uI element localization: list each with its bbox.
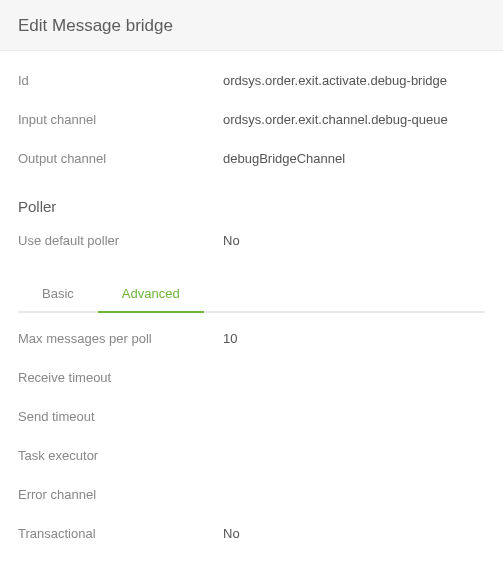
output-channel-label: Output channel [18,151,223,166]
field-max-messages: Max messages per poll 10 [18,319,485,358]
field-error-channel: Error channel [18,475,485,514]
transactional-value: No [223,526,485,541]
receive-timeout-label: Receive timeout [18,370,223,385]
tab-basic[interactable]: Basic [18,276,98,313]
field-transactional: Transactional No [18,514,485,553]
output-channel-value: debugBridgeChannel [223,151,485,166]
poller-tabs: Basic Advanced [18,274,485,313]
input-channel-label: Input channel [18,112,223,127]
transactional-label: Transactional [18,526,223,541]
max-messages-value: 10 [223,331,485,346]
use-default-poller-value: No [223,233,485,248]
field-input-channel: Input channel ordsys.order.exit.channel.… [18,100,485,139]
poller-section-title: Poller [18,198,485,215]
send-timeout-label: Send timeout [18,409,223,424]
panel-header: Edit Message bridge [0,0,503,51]
input-channel-value: ordsys.order.exit.channel.debug-queue [223,112,485,127]
field-receive-timeout: Receive timeout [18,358,485,397]
field-use-default-poller: Use default poller No [18,221,485,260]
error-channel-label: Error channel [18,487,223,502]
field-task-executor: Task executor [18,436,485,475]
use-default-poller-label: Use default poller [18,233,223,248]
max-messages-label: Max messages per poll [18,331,223,346]
id-label: Id [18,73,223,88]
task-executor-label: Task executor [18,448,223,463]
field-send-timeout: Send timeout [18,397,485,436]
panel-content: Id ordsys.order.exit.activate.debug-brid… [0,51,503,553]
field-output-channel: Output channel debugBridgeChannel [18,139,485,178]
tab-advanced[interactable]: Advanced [98,276,204,313]
field-id: Id ordsys.order.exit.activate.debug-brid… [18,61,485,100]
page-title: Edit Message bridge [18,16,485,36]
id-value: ordsys.order.exit.activate.debug-bridge [223,73,485,88]
